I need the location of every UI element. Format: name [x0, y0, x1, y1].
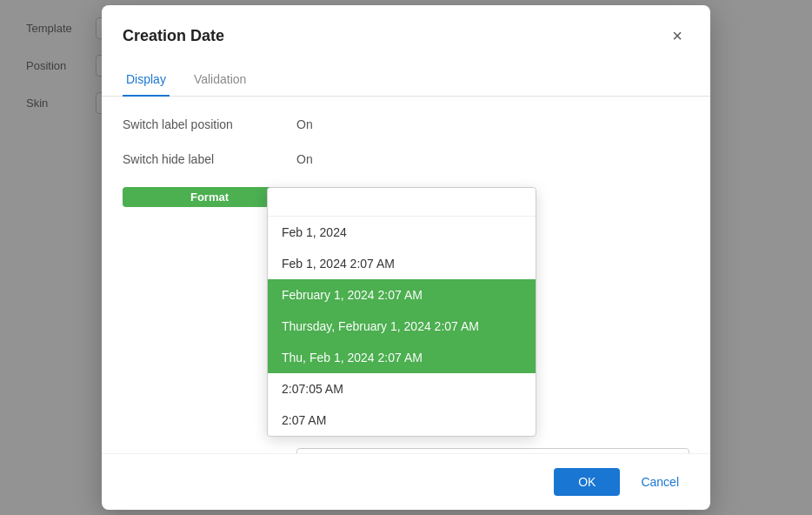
modal-footer: OK Cancel [102, 453, 710, 510]
format-search-input[interactable] [268, 188, 536, 217]
modal-tabs: Display Validation [102, 64, 710, 97]
cancel-button[interactable]: Cancel [630, 468, 689, 496]
format-list-item[interactable]: 2:07:05 AM [268, 373, 536, 405]
format-list-item-highlighted-1[interactable]: February 1, 2024 2:07 AM [268, 279, 536, 311]
format-dropdown-container: 2/1/2024 - M/D/YYYY ▾ [296, 448, 689, 453]
switch-hide-label-value: On [296, 152, 313, 166]
format-select[interactable]: 2/1/2024 - M/D/YYYY [296, 448, 689, 453]
tab-display[interactable]: Display [123, 64, 170, 97]
format-right: Feb 1, 2024 Feb 1, 2024 2:07 AM February… [296, 187, 689, 453]
label-switch-label-position: Switch label position [123, 117, 296, 131]
close-button[interactable]: × [665, 23, 689, 50]
form-row-format: Format Feb 1, 2024 Feb 1, 2024 2:07 AM F… [123, 187, 689, 453]
modal-overlay: Creation Date × Display Validation Switc… [0, 0, 812, 515]
format-dropdown-list: Feb 1, 2024 Feb 1, 2024 2:07 AM February… [267, 187, 536, 437]
ok-button[interactable]: OK [554, 468, 620, 496]
label-switch-hide-label: Switch hide label [123, 152, 296, 166]
format-list-item-highlighted-2[interactable]: Thursday, February 1, 2024 2:07 AM [268, 311, 536, 342]
form-row-switch-hide-label: Switch hide label On [123, 152, 689, 166]
format-list-item[interactable]: Feb 1, 2024 2:07 AM [268, 248, 536, 279]
format-list-item[interactable]: Feb 1, 2024 [268, 217, 536, 248]
modal-dialog: Creation Date × Display Validation Switc… [102, 5, 710, 510]
modal-header: Creation Date × [102, 5, 710, 50]
control-switch-label-position: On [296, 117, 592, 131]
control-switch-hide-label: On [296, 152, 592, 166]
form-row-switch-label-position: Switch label position On [123, 117, 689, 131]
modal-body: Switch label position On Switch hide lab… [102, 97, 710, 453]
format-list: Feb 1, 2024 Feb 1, 2024 2:07 AM February… [268, 217, 536, 436]
format-list-item[interactable]: 2:07 AM [268, 405, 536, 436]
tab-validation[interactable]: Validation [190, 64, 250, 97]
switch-label-position-value: On [296, 117, 313, 131]
format-list-item-highlighted-3[interactable]: Thu, Feb 1, 2024 2:07 AM [268, 342, 536, 373]
modal-title: Creation Date [123, 27, 224, 45]
